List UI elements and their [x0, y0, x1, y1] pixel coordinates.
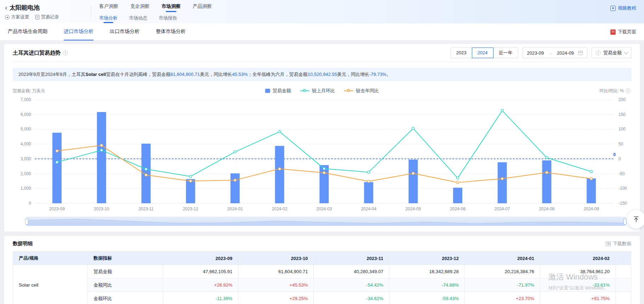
table-value-cell: 47,662,105.91 [163, 265, 238, 278]
svg-text:7,000: 7,000 [21, 97, 31, 102]
svg-text:6,000: 6,000 [21, 112, 31, 117]
table-value-cell: 16,342,689.28 [389, 265, 465, 278]
svg-text:2024-03: 2024-03 [316, 206, 332, 211]
tab-market-report[interactable]: 市场报告 [158, 15, 178, 21]
recent-year-button[interactable]: 近一年 [493, 48, 518, 58]
svg-text:2,000: 2,000 [21, 171, 31, 176]
svg-text:0: 0 [618, 156, 621, 161]
product-cell: Solar cell [13, 265, 88, 304]
summary-text-part: 贸易在十月达到高峰，贸易金额 [106, 71, 170, 78]
bar-2024-07 [498, 162, 507, 203]
detail-title: 数据明细 [13, 241, 33, 247]
svg-text:3,000: 3,000 [21, 156, 31, 161]
metric-label-cell: 金额环比 [88, 292, 163, 304]
tab-market-analysis[interactable]: 市场分析 [98, 15, 118, 21]
legend-mom[interactable]: 较上月环比 [300, 88, 335, 94]
table-column-header: 2023-12 [389, 252, 465, 265]
table-column-header: 2024-01 [465, 252, 540, 265]
legend-label: 较上月环比 [312, 88, 335, 94]
year-2023-button[interactable]: 2023 [451, 48, 472, 58]
date-range-picker[interactable]: 2023-09 → 2024-09 [522, 48, 587, 58]
tab-customer-insight[interactable]: 客户洞察 [98, 3, 119, 10]
back-icon[interactable]: ‹ [5, 4, 7, 11]
table-row: Solar cell贸易金额47,662,105.9161,604,900.71… [13, 265, 631, 278]
download-data-button[interactable]: 下载数据 [606, 241, 631, 247]
svg-text:2024-09: 2024-09 [583, 206, 599, 211]
video-tutorial-link[interactable]: 视频教程 [610, 5, 636, 11]
table-value-cell: 38,764,961.20 [540, 265, 616, 278]
line-legend-icon [300, 89, 310, 93]
datazoom-left-handle[interactable] [25, 219, 28, 225]
summary-text-part: Solar cell [85, 71, 106, 78]
svg-text:2024-08: 2024-08 [539, 206, 554, 211]
summary-strip: 2023年9月至2024年9月，土耳其Solar cell贸易在十月达到高峰，贸… [13, 68, 631, 81]
table-row: 金额同比+26.92%+45.53%-54.42%-74.88%-71.97%-… [13, 278, 631, 292]
tab-market-insight[interactable]: 市场洞察 [161, 3, 181, 10]
calendar-icon [578, 51, 583, 55]
table-value-cell-stub [616, 265, 631, 278]
datazoom-shadow [27, 217, 625, 226]
table-value-cell: +23.70% [465, 292, 540, 304]
svg-text:50: 50 [618, 142, 623, 147]
head-separator [13, 62, 631, 62]
data-table: 产品/规格数据指标2023-092023-102023-112023-12202… [13, 252, 631, 304]
excel-icon [606, 241, 611, 246]
chart-legend: 贸易金额 较上月环比 较去年同比 [265, 88, 379, 94]
table-value-cell: 61,604,900.71 [238, 265, 314, 278]
chevron-down-icon [624, 50, 628, 54]
svg-text:-150: -150 [618, 201, 627, 206]
tab-market-dynamics[interactable]: 市场动态 [128, 15, 148, 21]
bar-legend-icon [265, 89, 270, 93]
svg-text:-50: -50 [618, 171, 625, 176]
bar-2024-04 [364, 182, 373, 203]
table-column-header-stub [616, 252, 631, 265]
table-value-cell: -11.39% [163, 292, 238, 304]
table-column-header: 2023-09 [163, 252, 238, 265]
metric-label-cell: 贸易金额 [88, 265, 163, 278]
bar-2024-01 [231, 173, 240, 203]
legend-yoy[interactable]: 较去年同比 [344, 88, 379, 94]
summary-text-part: 美元，同比增长 [200, 71, 232, 78]
summary-text-part: 61,604,900.71 [170, 71, 200, 78]
svg-text:150: 150 [618, 112, 626, 117]
download-page-button[interactable]: 下载页面 [610, 23, 636, 40]
info-icon[interactable]: i [626, 88, 631, 93]
bar-2023-11 [141, 144, 151, 203]
svg-text:2024-07: 2024-07 [495, 206, 510, 211]
header-left: ‹ 太阳能电池 方案设置 贸易记录 [0, 0, 91, 23]
tab-competitor-insight[interactable]: 竞企洞察 [130, 3, 150, 10]
trade-records-button[interactable]: 贸易记录 [35, 14, 59, 20]
info-icon: i [596, 50, 601, 55]
nav-export-market-analysis[interactable]: 出口市场分析 [110, 23, 140, 40]
nav-import-market-analysis[interactable]: 进口市场分析 [64, 23, 94, 40]
tab-product-insight[interactable]: 产品洞察 [192, 3, 213, 10]
chart-header: 贸易金额: 万美元 贸易金额 较上月环比 较去年同比 环比/同比: % i [13, 87, 631, 95]
trend-title: 土耳其进口贸易趋势 [13, 50, 61, 56]
svg-text:2023-10: 2023-10 [94, 206, 109, 211]
summary-text-part: 45.53% [232, 71, 248, 78]
back-to-top-button[interactable] [627, 210, 644, 228]
right-axis-caption: 环比/同比: % i [599, 88, 631, 94]
pdf-icon [610, 29, 616, 35]
nav-product-lifecycle[interactable]: 产品市场生命周期 [8, 23, 47, 40]
line-legend-icon [344, 89, 354, 93]
chart-datazoom-slider[interactable] [26, 217, 626, 226]
metric-select[interactable]: i 贸易金额 [592, 48, 631, 58]
main-content: 土耳其进口贸易趋势 i 2023 2024 近一年 2023-09 → 2024… [0, 41, 644, 304]
svg-text:2023-11: 2023-11 [139, 206, 154, 211]
legend-trade-amount[interactable]: 贸易金额 [265, 88, 291, 94]
table-value-cell: 40,280,349.07 [314, 265, 389, 278]
table-row: 金额环比-11.39%+29.25%-34.62%-59.43%+23.70%+… [13, 292, 631, 304]
bar-2024-06 [453, 188, 462, 203]
video-tutorial-label: 视频教程 [618, 5, 636, 11]
year-2024-button[interactable]: 2024 [472, 48, 493, 58]
bar-2023-09 [52, 133, 62, 203]
nav-overall-market-analysis[interactable]: 整体市场分析 [156, 23, 186, 40]
table-value-cell: -33.61% [540, 278, 616, 292]
page-title: 太阳能电池 [10, 4, 40, 12]
date-range-end: 2024-09 [557, 50, 574, 56]
datazoom-right-handle[interactable] [623, 219, 627, 225]
download-page-label: 下载页面 [618, 29, 636, 35]
scheme-settings-button[interactable]: 方案设置 [5, 14, 29, 20]
info-icon[interactable]: i [63, 50, 68, 55]
